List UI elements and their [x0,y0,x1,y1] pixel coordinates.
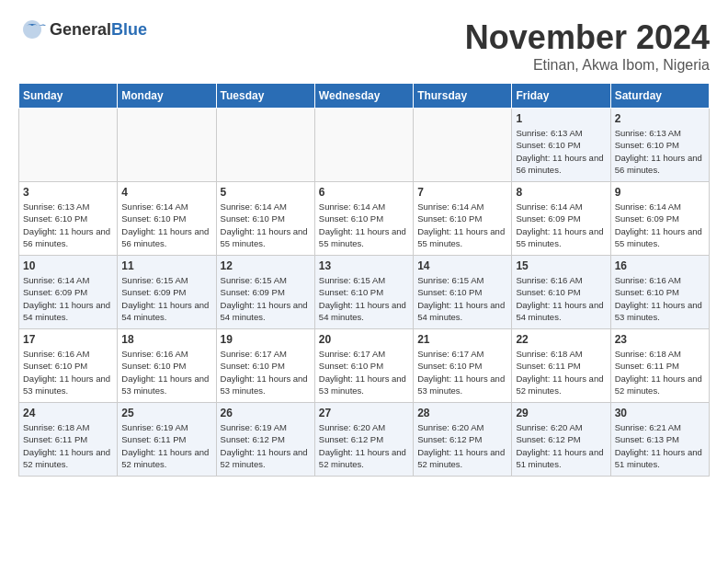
calendar-cell: 5Sunrise: 6:14 AM Sunset: 6:10 PM Daylig… [216,182,314,256]
calendar-cell: 10Sunrise: 6:14 AM Sunset: 6:09 PM Dayli… [19,256,118,329]
calendar-cell: 17Sunrise: 6:16 AM Sunset: 6:10 PM Dayli… [19,329,118,403]
day-number: 30 [615,407,705,419]
day-number: 13 [319,259,409,272]
col-sunday: Sunday [19,84,118,109]
logo-general-text: General [50,20,111,39]
calendar-cell [118,109,216,182]
calendar-cell: 25Sunrise: 6:19 AM Sunset: 6:11 PM Dayli… [118,403,216,477]
day-info: Sunrise: 6:15 AM Sunset: 6:10 PM Dayligh… [319,274,409,323]
day-number: 21 [417,333,507,346]
day-number: 5 [221,186,311,199]
calendar-cell: 11Sunrise: 6:15 AM Sunset: 6:09 PM Dayli… [118,256,216,329]
week-row-4: 17Sunrise: 6:16 AM Sunset: 6:10 PM Dayli… [19,329,710,403]
header-row: Sunday Monday Tuesday Wednesday Thursday… [19,84,710,109]
day-info: Sunrise: 6:15 AM Sunset: 6:10 PM Dayligh… [417,274,507,323]
day-info: Sunrise: 6:21 AM Sunset: 6:13 PM Dayligh… [615,421,705,470]
day-number: 26 [221,407,311,419]
calendar-body: 1Sunrise: 6:13 AM Sunset: 6:10 PM Daylig… [19,109,710,477]
week-row-5: 24Sunrise: 6:18 AM Sunset: 6:11 PM Dayli… [19,403,710,477]
day-number: 6 [319,186,409,199]
calendar-cell: 28Sunrise: 6:20 AM Sunset: 6:12 PM Dayli… [414,403,512,477]
calendar-cell: 7Sunrise: 6:14 AM Sunset: 6:10 PM Daylig… [414,182,512,256]
day-number: 25 [121,407,211,419]
day-info: Sunrise: 6:14 AM Sunset: 6:10 PM Dayligh… [221,201,311,249]
day-number: 19 [221,333,311,346]
calendar-table: Sunday Monday Tuesday Wednesday Thursday… [18,83,710,477]
day-number: 3 [23,186,113,199]
day-info: Sunrise: 6:18 AM Sunset: 6:11 PM Dayligh… [615,348,705,396]
day-number: 1 [516,112,606,125]
day-info: Sunrise: 6:20 AM Sunset: 6:12 PM Dayligh… [319,421,409,470]
day-number: 10 [23,259,113,272]
calendar-cell [19,109,118,182]
calendar-cell: 6Sunrise: 6:14 AM Sunset: 6:10 PM Daylig… [314,182,413,256]
col-thursday: Thursday [414,84,512,109]
calendar-cell: 24Sunrise: 6:18 AM Sunset: 6:11 PM Dayli… [19,403,118,477]
day-info: Sunrise: 6:16 AM Sunset: 6:10 PM Dayligh… [23,348,113,396]
calendar-cell: 12Sunrise: 6:15 AM Sunset: 6:09 PM Dayli… [216,256,314,329]
calendar-cell: 22Sunrise: 6:18 AM Sunset: 6:11 PM Dayli… [512,329,610,403]
day-number: 24 [23,407,113,419]
calendar-cell [216,109,314,182]
week-row-1: 1Sunrise: 6:13 AM Sunset: 6:10 PM Daylig… [19,109,710,182]
day-info: Sunrise: 6:13 AM Sunset: 6:10 PM Dayligh… [516,127,606,176]
day-info: Sunrise: 6:18 AM Sunset: 6:11 PM Dayligh… [23,421,113,470]
calendar-cell: 23Sunrise: 6:18 AM Sunset: 6:11 PM Dayli… [610,329,709,403]
day-number: 9 [615,186,705,199]
week-row-3: 10Sunrise: 6:14 AM Sunset: 6:09 PM Dayli… [19,256,710,329]
logo-bird-icon [18,18,46,40]
calendar-cell: 9Sunrise: 6:14 AM Sunset: 6:09 PM Daylig… [610,182,709,256]
header: GeneralBlue November 2024 Etinan, Akwa I… [18,18,710,74]
day-info: Sunrise: 6:14 AM Sunset: 6:09 PM Dayligh… [516,201,606,249]
day-number: 16 [615,259,705,272]
col-tuesday: Tuesday [216,84,314,109]
day-number: 15 [516,259,606,272]
day-number: 29 [516,407,606,419]
day-info: Sunrise: 6:19 AM Sunset: 6:11 PM Dayligh… [121,421,211,470]
day-info: Sunrise: 6:14 AM Sunset: 6:10 PM Dayligh… [417,201,507,249]
day-number: 27 [319,407,409,419]
calendar-cell: 27Sunrise: 6:20 AM Sunset: 6:12 PM Dayli… [314,403,413,477]
calendar-cell: 19Sunrise: 6:17 AM Sunset: 6:10 PM Dayli… [216,329,314,403]
calendar-cell: 29Sunrise: 6:20 AM Sunset: 6:12 PM Dayli… [512,403,610,477]
day-info: Sunrise: 6:14 AM Sunset: 6:09 PM Dayligh… [615,201,705,249]
day-number: 20 [319,333,409,346]
calendar-cell: 14Sunrise: 6:15 AM Sunset: 6:10 PM Dayli… [414,256,512,329]
calendar-cell [414,109,512,182]
day-number: 17 [23,333,113,346]
calendar-cell: 18Sunrise: 6:16 AM Sunset: 6:10 PM Dayli… [118,329,216,403]
calendar-cell: 21Sunrise: 6:17 AM Sunset: 6:10 PM Dayli… [414,329,512,403]
day-info: Sunrise: 6:13 AM Sunset: 6:10 PM Dayligh… [615,127,705,176]
day-info: Sunrise: 6:20 AM Sunset: 6:12 PM Dayligh… [516,421,606,470]
logo-blue-text: Blue [111,20,147,39]
day-number: 2 [615,112,705,125]
col-friday: Friday [512,84,610,109]
col-saturday: Saturday [610,84,709,109]
day-number: 11 [121,259,211,272]
day-number: 28 [417,407,507,419]
month-title: November 2024 [465,18,710,57]
day-info: Sunrise: 6:14 AM Sunset: 6:10 PM Dayligh… [121,201,211,249]
col-monday: Monday [118,84,216,109]
day-number: 8 [516,186,606,199]
calendar-cell: 13Sunrise: 6:15 AM Sunset: 6:10 PM Dayli… [314,256,413,329]
title-area: November 2024 Etinan, Akwa Ibom, Nigeria [465,18,710,74]
day-info: Sunrise: 6:17 AM Sunset: 6:10 PM Dayligh… [221,348,311,396]
calendar-cell: 30Sunrise: 6:21 AM Sunset: 6:13 PM Dayli… [610,403,709,477]
day-info: Sunrise: 6:19 AM Sunset: 6:12 PM Dayligh… [221,421,311,470]
day-number: 23 [615,333,705,346]
calendar-cell [314,109,413,182]
day-info: Sunrise: 6:17 AM Sunset: 6:10 PM Dayligh… [319,348,409,396]
day-info: Sunrise: 6:15 AM Sunset: 6:09 PM Dayligh… [121,274,211,323]
day-number: 7 [417,186,507,199]
day-number: 4 [121,186,211,199]
day-info: Sunrise: 6:16 AM Sunset: 6:10 PM Dayligh… [615,274,705,323]
calendar-cell: 2Sunrise: 6:13 AM Sunset: 6:10 PM Daylig… [610,109,709,182]
logo: GeneralBlue [18,18,147,40]
day-info: Sunrise: 6:14 AM Sunset: 6:10 PM Dayligh… [319,201,409,249]
col-wednesday: Wednesday [314,84,413,109]
day-number: 12 [221,259,311,272]
calendar-cell: 1Sunrise: 6:13 AM Sunset: 6:10 PM Daylig… [512,109,610,182]
page-container: GeneralBlue November 2024 Etinan, Akwa I… [18,18,710,477]
location-subtitle: Etinan, Akwa Ibom, Nigeria [465,57,710,74]
